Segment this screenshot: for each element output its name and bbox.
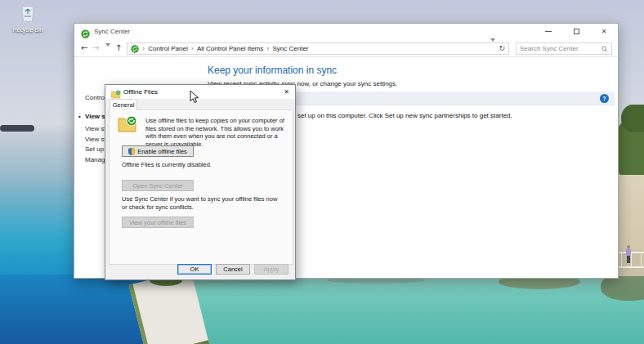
mouse-cursor bbox=[190, 90, 199, 108]
close-button[interactable]: ✕ bbox=[590, 24, 618, 39]
forward-button[interactable]: → bbox=[92, 40, 99, 56]
help-icon[interactable]: ? bbox=[600, 94, 609, 103]
sync-center-hint-text: Use Sync Center if you want to sync your… bbox=[122, 195, 279, 211]
maximize-button[interactable] bbox=[562, 24, 590, 39]
dialog-close-button[interactable]: ✕ bbox=[280, 87, 293, 97]
address-history-dropdown[interactable] bbox=[490, 42, 495, 56]
close-icon: ✕ bbox=[284, 88, 289, 96]
breadcrumb-all-control-panel-items[interactable]: All Control Panel Items bbox=[197, 45, 263, 52]
offline-files-intro-text: Use offline files to keep copies on your… bbox=[145, 117, 289, 148]
offline-files-status-text: Offline Files is currently disabled. bbox=[122, 161, 212, 168]
general-tab-page: Use offline files to keep copies on your… bbox=[109, 109, 293, 265]
enable-offline-files-button[interactable]: Enable offline files bbox=[122, 145, 194, 157]
active-item-bullet: • bbox=[78, 113, 81, 120]
window-controls: ✕ bbox=[534, 24, 618, 40]
address-sync-center-icon bbox=[131, 45, 139, 53]
dialog-title: Offline Files bbox=[123, 88, 158, 96]
ok-button[interactable]: OK bbox=[177, 264, 212, 275]
enable-offline-files-label: Enable offline files bbox=[137, 148, 187, 155]
wallpaper-palms bbox=[621, 105, 644, 132]
wallpaper-island bbox=[0, 125, 34, 132]
open-sync-center-label: Open Sync Center bbox=[132, 182, 183, 190]
wallpaper-deep-water bbox=[0, 275, 149, 344]
crumb-separator-icon: › bbox=[266, 45, 269, 52]
page-title: Keep your information in sync bbox=[208, 65, 337, 76]
open-sync-center-button[interactable]: Open Sync Center bbox=[122, 180, 194, 191]
dialog-titlebar[interactable]: Offline Files ✕ bbox=[105, 85, 295, 99]
desktop: Recycle Bin Sync Center ✕ ← bbox=[0, 0, 644, 344]
apply-button[interactable]: Apply bbox=[254, 264, 288, 275]
breadcrumb-sync-center[interactable]: Sync Center bbox=[272, 45, 308, 52]
crumb-separator-icon: › bbox=[191, 45, 194, 52]
offline-files-dialog: Offline Files ✕ General Use offline file… bbox=[105, 84, 296, 280]
wallpaper-person-head bbox=[627, 245, 630, 248]
wallpaper-person bbox=[626, 248, 631, 256]
navigation-toolbar: ← → ↑ › Control Panel › All Control bbox=[74, 40, 618, 57]
refresh-button[interactable]: ↻ bbox=[499, 45, 505, 52]
recycle-bin-desktop-icon[interactable]: Recycle Bin bbox=[7, 3, 49, 34]
view-offline-files-label: View your offline files bbox=[129, 219, 186, 226]
offline-files-large-icon bbox=[118, 115, 137, 136]
view-offline-files-button[interactable]: View your offline files bbox=[122, 217, 194, 228]
recycle-bin-icon bbox=[20, 11, 36, 25]
minimize-icon bbox=[545, 31, 552, 32]
window-titlebar[interactable]: Sync Center ✕ bbox=[74, 24, 618, 40]
chevron-down-icon bbox=[490, 38, 495, 56]
breadcrumb-control-panel[interactable]: Control Panel bbox=[148, 45, 187, 52]
recycle-bin-label: Recycle Bin bbox=[7, 27, 49, 33]
dialog-action-row: OK Cancel Apply bbox=[105, 264, 288, 275]
window-title: Sync Center bbox=[94, 28, 130, 35]
back-button[interactable]: ← bbox=[81, 40, 87, 56]
minimize-button[interactable] bbox=[534, 24, 562, 39]
close-icon: ✕ bbox=[602, 29, 607, 35]
search-input[interactable] bbox=[520, 45, 602, 52]
uac-shield-icon bbox=[128, 148, 135, 155]
crumb-separator-icon: › bbox=[142, 45, 145, 52]
maximize-icon bbox=[574, 29, 579, 34]
up-button[interactable]: ↑ bbox=[115, 40, 122, 56]
wallpaper-beach bbox=[615, 175, 644, 250]
tab-general[interactable]: General bbox=[110, 99, 137, 110]
search-icon bbox=[602, 46, 608, 52]
wallpaper-person-legs bbox=[627, 256, 630, 263]
address-bar[interactable]: › Control Panel › All Control Panel Item… bbox=[127, 42, 509, 55]
cancel-button[interactable]: Cancel bbox=[216, 264, 250, 275]
search-box[interactable] bbox=[516, 42, 612, 55]
